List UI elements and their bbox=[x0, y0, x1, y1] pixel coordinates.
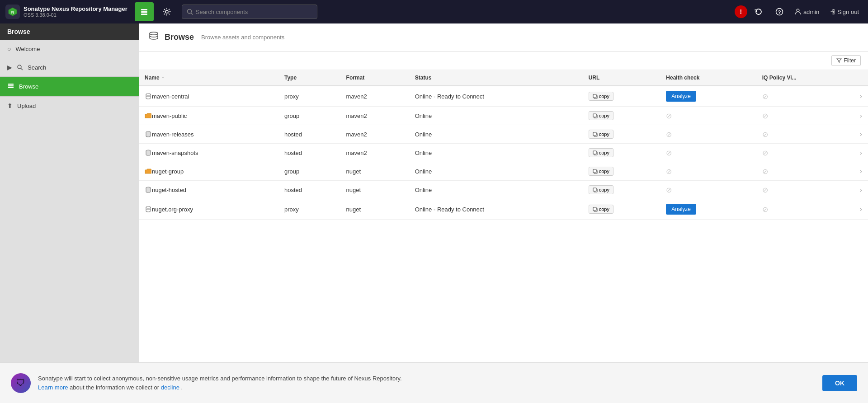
signout-label: Sign out bbox=[837, 9, 859, 15]
top-nav: N Sonatype Nexus Repository Manager OSS … bbox=[0, 0, 868, 23]
cell-url: copy bbox=[583, 181, 661, 199]
expand-icon: ▶ bbox=[7, 64, 12, 71]
row-expand-chevron[interactable]: › bbox=[860, 112, 862, 119]
analyze-button[interactable]: Analyze bbox=[666, 91, 696, 102]
copy-url-button[interactable]: copy bbox=[589, 148, 613, 157]
cell-type: hosted bbox=[279, 181, 341, 199]
row-expand-chevron[interactable]: › bbox=[860, 186, 862, 193]
hosted-icon bbox=[145, 149, 152, 156]
sidebar-item-label: Welcome bbox=[15, 46, 40, 52]
cell-expand: › bbox=[854, 107, 868, 125]
svg-rect-38 bbox=[593, 207, 596, 211]
cell-expand: › bbox=[854, 86, 868, 107]
table-row: nuget-hosted hosted nuget Online copy ⊘ … bbox=[139, 181, 868, 199]
content-title: Browse bbox=[165, 33, 194, 42]
table-row: maven-central proxy maven2 Online - Read… bbox=[139, 86, 868, 107]
cell-name: maven-central bbox=[139, 86, 279, 107]
filter-icon bbox=[836, 58, 842, 63]
svg-point-35 bbox=[146, 206, 151, 208]
cell-format: nuget bbox=[341, 162, 410, 181]
copy-url-button[interactable]: copy bbox=[589, 92, 613, 101]
sidebar-item-upload[interactable]: ⬆ Upload bbox=[0, 97, 139, 115]
table-row: maven-snapshots hosted maven2 Online cop… bbox=[139, 144, 868, 162]
refresh-button[interactable] bbox=[749, 2, 768, 21]
proxy-icon bbox=[145, 206, 152, 213]
filter-bar: Filter bbox=[139, 52, 868, 70]
copy-url-button[interactable]: copy bbox=[589, 185, 613, 194]
sidebar-item-welcome[interactable]: ○ Welcome bbox=[0, 40, 139, 58]
svg-rect-3 bbox=[141, 11, 147, 13]
cell-status: Online bbox=[410, 181, 583, 199]
group-icon bbox=[145, 168, 152, 175]
cell-expand: › bbox=[854, 125, 868, 144]
search-icon bbox=[17, 64, 23, 70]
copy-url-button[interactable]: copy bbox=[589, 130, 613, 139]
learn-more-link[interactable]: Learn more bbox=[38, 384, 68, 391]
cell-iq: ⊘ bbox=[757, 162, 854, 181]
cell-type: proxy bbox=[279, 86, 341, 107]
banner-text: Sonatype will start to collect anonymous… bbox=[38, 374, 815, 392]
help-button[interactable]: ? bbox=[770, 2, 789, 21]
settings-nav-button[interactable] bbox=[157, 2, 176, 21]
signout-button[interactable]: Sign out bbox=[825, 6, 863, 17]
disabled-health-icon: ⊘ bbox=[666, 168, 672, 175]
ok-button[interactable]: OK bbox=[822, 375, 857, 391]
svg-rect-26 bbox=[593, 132, 596, 136]
cell-iq: ⊘ bbox=[757, 181, 854, 199]
cell-status: Online bbox=[410, 162, 583, 181]
copy-url-button[interactable]: copy bbox=[589, 205, 613, 214]
row-expand-chevron[interactable]: › bbox=[860, 131, 862, 138]
svg-rect-34 bbox=[593, 188, 596, 191]
row-expand-chevron[interactable]: › bbox=[860, 168, 862, 175]
disabled-iq-icon: ⊘ bbox=[762, 206, 768, 213]
cell-type: group bbox=[279, 107, 341, 125]
col-format[interactable]: Format bbox=[341, 70, 410, 86]
svg-rect-16 bbox=[8, 87, 14, 89]
svg-point-18 bbox=[146, 94, 151, 95]
disabled-iq-icon: ⊘ bbox=[762, 186, 768, 194]
content-header-icon bbox=[148, 31, 159, 44]
proxy-icon bbox=[145, 93, 152, 100]
sidebar-header: Browse bbox=[0, 23, 139, 40]
disabled-health-icon: ⊘ bbox=[666, 186, 672, 194]
decline-link[interactable]: decline bbox=[161, 384, 179, 391]
analyze-button[interactable]: Analyze bbox=[666, 204, 696, 215]
cell-iq: ⊘ bbox=[757, 199, 854, 220]
user-button[interactable]: admin bbox=[791, 6, 823, 17]
col-type[interactable]: Type bbox=[279, 70, 341, 86]
table-row: maven-releases hosted maven2 Online copy… bbox=[139, 125, 868, 144]
copy-icon bbox=[593, 187, 598, 192]
cell-expand: › bbox=[854, 144, 868, 162]
cell-format: nuget bbox=[341, 199, 410, 220]
svg-text:N: N bbox=[11, 10, 14, 14]
row-expand-chevron[interactable]: › bbox=[860, 93, 862, 100]
disabled-health-icon: ⊘ bbox=[666, 149, 672, 157]
copy-url-button[interactable]: copy bbox=[589, 167, 613, 176]
row-expand-chevron[interactable]: › bbox=[860, 149, 862, 156]
search-bar[interactable] bbox=[182, 5, 317, 19]
svg-rect-15 bbox=[8, 85, 14, 87]
bottom-banner: 🛡 Sonatype will start to collect anonymo… bbox=[0, 362, 868, 403]
cell-name: nuget-group bbox=[139, 162, 279, 181]
cell-name: nuget-hosted bbox=[139, 181, 279, 199]
cell-type: hosted bbox=[279, 144, 341, 162]
sidebar-item-search[interactable]: ▶ Search bbox=[0, 58, 139, 77]
cell-health: ⊘ bbox=[660, 125, 756, 144]
browse-nav-button[interactable] bbox=[135, 2, 154, 21]
table-row: nuget.org-proxy proxy nuget Online - Rea… bbox=[139, 199, 868, 220]
filter-button[interactable]: Filter bbox=[831, 55, 861, 66]
col-name[interactable]: Name ↑ bbox=[139, 70, 279, 86]
cell-url: copy bbox=[583, 199, 661, 220]
svg-line-13 bbox=[21, 68, 23, 70]
row-expand-chevron[interactable]: › bbox=[860, 206, 862, 213]
copy-url-button[interactable]: copy bbox=[589, 111, 613, 120]
col-status[interactable]: Status bbox=[410, 70, 583, 86]
sidebar-item-browse[interactable]: Browse bbox=[0, 77, 139, 97]
cell-expand: › bbox=[854, 199, 868, 220]
disabled-iq-icon: ⊘ bbox=[762, 112, 768, 120]
search-input[interactable] bbox=[196, 9, 312, 15]
cell-format: maven2 bbox=[341, 125, 410, 144]
disabled-iq-icon: ⊘ bbox=[762, 93, 768, 100]
alert-icon[interactable]: ! bbox=[735, 5, 747, 18]
app-version: OSS 3.38.0-01 bbox=[24, 12, 127, 18]
